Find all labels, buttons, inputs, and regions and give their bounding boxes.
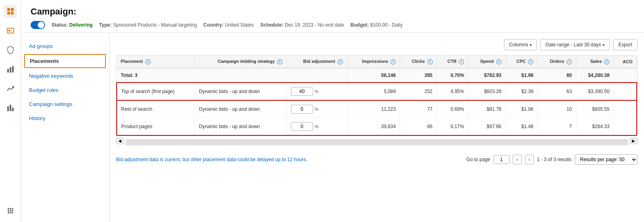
bid-input-group-2: % xyxy=(291,105,343,114)
page-title: Campaign: xyxy=(31,6,634,17)
campaign-toggle[interactable] xyxy=(31,21,45,29)
page-header: Campaign: Status: Delivering Type: Spons… xyxy=(21,0,644,33)
aco-2 xyxy=(614,100,637,118)
svg-rect-7 xyxy=(10,67,11,73)
cpc-2: $1.06 xyxy=(506,100,538,118)
placement-name-3: Product pages xyxy=(117,118,195,135)
sidebar-item-placements[interactable]: Placements xyxy=(24,54,106,68)
bid-adjustment-2: % xyxy=(287,100,347,118)
total-cpc: $1.98 xyxy=(506,68,538,83)
cpc-info-icon[interactable]: i xyxy=(528,59,533,64)
orders-1: 63 xyxy=(538,83,576,100)
th-bidding-strategy: Campaign bidding strategy i xyxy=(195,56,287,68)
th-cpc: CPC i xyxy=(506,56,538,68)
total-orders: 80 xyxy=(538,68,576,83)
date-range-button[interactable]: Date range - Last 30 days ▾ xyxy=(540,39,610,50)
bid-input-group-1: % xyxy=(291,87,343,96)
results-per-page-select[interactable]: Results per page: 50 Results per page: 2… xyxy=(575,154,638,165)
content-area: Ad groups Placements Negative keywords B… xyxy=(21,33,644,222)
spend-info-icon[interactable]: i xyxy=(496,59,502,64)
bidding-strategy-3: Dynamic bids - up and down xyxy=(195,118,287,135)
th-aco: ACO xyxy=(614,56,637,68)
sales-3: $284.33 xyxy=(576,118,613,135)
campaign-meta: Status: Delivering Type: Sponsored Produ… xyxy=(31,21,634,29)
table-row: Rest of search Dynamic bids - up and dow… xyxy=(117,100,637,118)
svg-rect-2 xyxy=(7,12,10,15)
bid-input-3[interactable] xyxy=(291,122,313,131)
prev-page-button[interactable]: ‹ xyxy=(513,155,522,164)
bidding-strategy-info-icon[interactable]: i xyxy=(277,59,283,64)
placement-info-icon[interactable]: i xyxy=(145,59,151,64)
date-range-chevron-icon: ▾ xyxy=(603,43,605,47)
nav-icon-grid[interactable] xyxy=(4,5,17,18)
sidebar-item-budget-rules[interactable]: Budget rules xyxy=(21,83,109,97)
nav-icon-shield[interactable] xyxy=(4,44,17,56)
table-row: Product pages Dynamic bids - up and down… xyxy=(117,118,637,135)
scroll-controls: ◀ ▶ xyxy=(116,138,638,145)
svg-rect-6 xyxy=(7,69,9,73)
page-input[interactable] xyxy=(493,155,510,164)
ctr-info-icon[interactable]: i xyxy=(459,59,464,64)
orders-2: 10 xyxy=(538,100,576,118)
columns-button[interactable]: Columns ▾ xyxy=(504,39,537,50)
aco-3 xyxy=(614,118,637,135)
sales-info-icon[interactable]: i xyxy=(604,59,609,64)
nav-icon-dots[interactable] xyxy=(4,204,17,217)
spend-1: $603.29 xyxy=(469,83,506,100)
clicks-2: 77 xyxy=(400,100,437,118)
bid-adjustment-info-icon[interactable]: i xyxy=(338,59,343,64)
total-bid-adj xyxy=(287,68,347,83)
clicks-info-icon[interactable]: i xyxy=(427,59,433,64)
export-button[interactable]: Export xyxy=(613,39,638,50)
cpc-3: $1.48 xyxy=(506,118,538,135)
next-page-button[interactable]: › xyxy=(525,155,534,164)
nav-icon-trend[interactable] xyxy=(4,82,17,95)
type-meta: Type: Sponsored Products - Manual target… xyxy=(99,22,197,28)
total-impressions: 56,146 xyxy=(347,68,400,83)
scroll-left-button[interactable]: ◀ xyxy=(116,138,124,144)
total-spend: $782.93 xyxy=(469,68,506,83)
content-panel: Columns ▾ Date range - Last 30 days ▾ Ex… xyxy=(109,33,644,222)
svg-point-13 xyxy=(10,208,11,210)
svg-point-19 xyxy=(10,212,11,214)
bid-input-2[interactable] xyxy=(291,105,313,114)
nav-icon-bar-chart[interactable] xyxy=(4,102,17,114)
impressions-info-icon[interactable]: i xyxy=(390,59,396,64)
sidebar: Ad groups Placements Negative keywords B… xyxy=(21,33,109,222)
table-row: Top of search (first page) Dynamic bids … xyxy=(117,83,637,100)
bid-input-1[interactable] xyxy=(291,87,313,96)
orders-info-icon[interactable]: i xyxy=(567,59,572,64)
svg-point-18 xyxy=(8,212,9,214)
sidebar-item-ad-groups[interactable]: Ad groups xyxy=(21,39,109,53)
nav-icon-chart[interactable] xyxy=(4,63,17,76)
svg-point-17 xyxy=(12,210,13,212)
footer-note: Bid adjustment data is current, but othe… xyxy=(116,157,308,162)
bid-unit-3: % xyxy=(315,124,319,129)
impressions-3: 39,834 xyxy=(347,118,400,135)
scroll-track[interactable] xyxy=(126,139,628,145)
svg-rect-8 xyxy=(12,66,14,73)
budget-meta: Budget: $100.00 - Daily xyxy=(351,22,402,28)
spend-3: $97.86 xyxy=(469,118,506,135)
table-footer: Bid adjustment data is current, but othe… xyxy=(116,150,638,169)
total-clicks: 395 xyxy=(400,68,437,83)
scroll-right-button[interactable]: ▶ xyxy=(630,138,638,144)
total-label: Total: 3 xyxy=(117,68,195,83)
nav-icon-campaign[interactable] xyxy=(4,24,17,37)
sidebar-item-history[interactable]: History xyxy=(21,111,109,125)
ctr-3: 0.17% xyxy=(437,118,469,135)
ctr-1: 4.95% xyxy=(437,83,469,100)
country-meta: Country: United States xyxy=(203,22,254,28)
sidebar-item-campaign-settings[interactable]: Campaign settings xyxy=(21,97,109,111)
total-ctr: 0.70% xyxy=(437,68,469,83)
sales-2: $605.55 xyxy=(576,100,613,118)
clicks-1: 252 xyxy=(400,83,437,100)
th-placement: Placement i xyxy=(117,56,195,68)
placements-table: Placement i Campaign bidding strategy i … xyxy=(116,56,637,136)
svg-rect-0 xyxy=(7,8,10,11)
sidebar-item-negative-keywords[interactable]: Negative keywords xyxy=(21,69,109,83)
total-sales: $4,280.38 xyxy=(576,68,613,83)
placement-name-2: Rest of search xyxy=(117,100,195,118)
th-bid-adjustment: Bid adjustment i xyxy=(287,56,347,68)
sales-1: $3,390.50 xyxy=(576,83,613,100)
